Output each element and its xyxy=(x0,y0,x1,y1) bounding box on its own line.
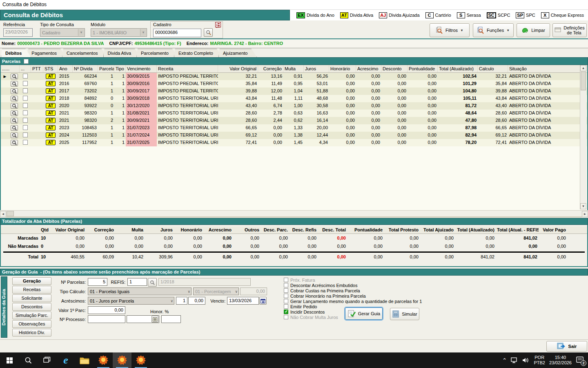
row-checkbox[interactable] xyxy=(23,140,28,145)
scroll-right-icon[interactable]: ► xyxy=(582,211,588,217)
sair-button[interactable]: Sair xyxy=(546,341,587,352)
definicoes-tela-button[interactable]: Definições de Tela xyxy=(552,23,587,37)
filtros-button[interactable]: Filtros▼ xyxy=(430,23,470,37)
app-window-3-button[interactable] xyxy=(131,352,150,368)
n-processo-input[interactable] xyxy=(88,315,125,323)
funcoes-button[interactable]: Funções▼ xyxy=(473,23,514,37)
row-detail-button[interactable] xyxy=(11,140,18,146)
row-detail-button[interactable] xyxy=(11,74,18,79)
row-checkbox[interactable] xyxy=(23,125,28,130)
valor-1-parc-input[interactable]: 0,00 xyxy=(88,306,125,314)
checkbox-cobrar-honor-rio-na-primeira-parcela[interactable]: Cobrar Honorário na Primeira Parcela xyxy=(284,293,447,298)
acrescimo-qtd-input[interactable]: 1 xyxy=(176,297,187,305)
speaker-icon[interactable] xyxy=(522,357,530,363)
checkbox-box[interactable] xyxy=(284,288,288,293)
row-checkbox[interactable] xyxy=(23,88,28,93)
language-indicator[interactable]: PORPTB2 xyxy=(534,355,545,366)
gerar-guia-button[interactable]: Gerar Guia xyxy=(345,307,383,320)
task-view-button[interactable] xyxy=(38,352,56,368)
row-checkbox[interactable] xyxy=(23,96,28,101)
processo-calendar-button[interactable] xyxy=(151,316,158,323)
side-button-observa-es[interactable]: Observações xyxy=(12,320,51,328)
checkbox-gerar-lan-amento-mesmo-quando-a-quantidade-de-parcelas-for-1[interactable]: Gerar Lançamento mesmo quando a quantida… xyxy=(284,298,447,304)
n-parcelas-input[interactable]: 5 xyxy=(88,278,107,286)
notifications-button[interactable]: 2 xyxy=(576,356,585,365)
side-button-receitas[interactable]: Receitas xyxy=(12,286,51,294)
row-detail-button[interactable] xyxy=(11,96,18,101)
tipo-consulta-select[interactable]: Cadastro▼ xyxy=(40,28,85,37)
row-checkbox[interactable] xyxy=(23,81,28,86)
row-checkbox[interactable] xyxy=(23,118,28,123)
tipo-calculo-select[interactable]: 01 - Parcelas Iguais∨ xyxy=(88,287,192,295)
side-button-solicitante[interactable]: Solicitante xyxy=(12,294,51,302)
vscroll-thumb[interactable] xyxy=(581,72,586,90)
simular-button[interactable]: Simular xyxy=(390,308,419,320)
checkbox-pr-x-fatura[interactable]: Próx. Fatura xyxy=(284,277,447,283)
checkbox-descontar-acr-scimos-embutidos[interactable]: Descontar Acréscimos Embutidos xyxy=(284,283,447,288)
checkbox-box[interactable] xyxy=(284,304,288,309)
row-detail-button[interactable] xyxy=(11,103,18,109)
honor-pct-input[interactable] xyxy=(161,315,181,323)
side-button-hist-rico-div[interactable]: Histórico Div. xyxy=(12,329,51,337)
row-checkbox[interactable] xyxy=(23,74,28,79)
row-detail-button[interactable] xyxy=(11,110,18,116)
cadastro-input[interactable]: 000003686 xyxy=(153,29,201,37)
checkbox-cobrar-custas-na-primeira-parcela[interactable]: Cobrar Custas na Primeira Parcela xyxy=(284,288,447,293)
refis-search-button[interactable] xyxy=(148,278,157,287)
checkbox-box[interactable] xyxy=(284,283,288,287)
checkbox-box[interactable] xyxy=(284,278,288,282)
vertical-scrollbar[interactable]: ▲ ▼ xyxy=(580,65,586,209)
network-icon[interactable] xyxy=(511,357,518,363)
grid-cell-divida: 69760 xyxy=(73,80,98,88)
search-icon xyxy=(12,118,17,123)
row-checkbox[interactable] xyxy=(23,132,28,137)
scroll-left-icon[interactable]: ◄ xyxy=(0,211,6,217)
modulo-select[interactable]: 1 - IMOBILIÁRIO▼ xyxy=(91,28,147,37)
list-icon[interactable] xyxy=(215,22,221,27)
row-detail-button[interactable] xyxy=(11,118,18,123)
internet-explorer-button[interactable]: e xyxy=(56,352,75,368)
acrescimo-valor-input[interactable]: 0,00 xyxy=(188,297,205,305)
tab-parcelamento[interactable]: Parcelamento xyxy=(136,49,178,57)
side-button-simula-o-parc[interactable]: Simulação Parc. xyxy=(12,312,51,319)
file-explorer-button[interactable] xyxy=(75,352,94,368)
checkbox-box[interactable] xyxy=(284,310,288,314)
scroll-down-icon[interactable]: ▼ xyxy=(580,203,586,209)
parcelas-select-all-checkbox[interactable] xyxy=(24,59,29,64)
tab-divida-ativa[interactable]: Divida Ativa xyxy=(103,49,140,57)
app-window-2-button[interactable] xyxy=(113,352,131,368)
tab-cancelamentos[interactable]: Cancelamentos xyxy=(62,49,107,57)
tab-ajuizamento[interactable]: Ajuizamento xyxy=(218,49,257,57)
row-checkbox[interactable] xyxy=(23,110,28,115)
row-detail-button[interactable] xyxy=(11,125,18,131)
row-detail-button[interactable] xyxy=(11,88,18,94)
checkbox-box[interactable] xyxy=(284,294,288,298)
hscroll-thumb[interactable] xyxy=(7,211,14,216)
hidden-icons-chevron[interactable]: ⌃ xyxy=(502,357,507,364)
cadastro-search-button[interactable] xyxy=(204,28,213,37)
horizontal-scrollbar[interactable]: ◄ ► xyxy=(0,210,588,217)
vencto-calendar-button[interactable] xyxy=(259,297,267,305)
tab-extrato-completo[interactable]: Extrato Completo xyxy=(174,49,223,57)
acrescimos-select[interactable]: 01 - Juros por Parcela∨ xyxy=(88,297,174,305)
side-button-descontos[interactable]: Descontos xyxy=(12,303,51,311)
checkbox-box[interactable] xyxy=(284,299,288,303)
checkbox-box[interactable] xyxy=(284,315,288,319)
refis-input[interactable]: 1 xyxy=(127,278,147,286)
row-detail-button[interactable] xyxy=(11,132,18,138)
vencto-input[interactable]: 13/03/2026 xyxy=(227,297,259,305)
limpar-button[interactable]: Limpar xyxy=(517,23,550,37)
app-window-1-button[interactable] xyxy=(94,352,113,368)
tab-pagamentos[interactable]: Pagamentos xyxy=(27,49,66,57)
row-checkbox[interactable] xyxy=(23,103,28,108)
side-button-gera-o[interactable]: Geração xyxy=(12,277,51,285)
detalhes-da-guia-tab[interactable]: Detalhes da Guia xyxy=(1,276,7,338)
scroll-up-icon[interactable]: ▲ xyxy=(580,65,586,71)
start-button[interactable] xyxy=(0,352,19,368)
tab-d-bitos[interactable]: Débitos xyxy=(1,49,31,57)
grid-cell-pontualidade: 0,00 xyxy=(408,139,438,146)
referencia-field[interactable]: 23/02/2026 xyxy=(3,28,33,37)
row-detail-button[interactable] xyxy=(11,81,18,87)
taskbar-search-button[interactable] xyxy=(19,352,38,368)
clock[interactable]: 15:4023/02/2026 xyxy=(549,355,572,366)
